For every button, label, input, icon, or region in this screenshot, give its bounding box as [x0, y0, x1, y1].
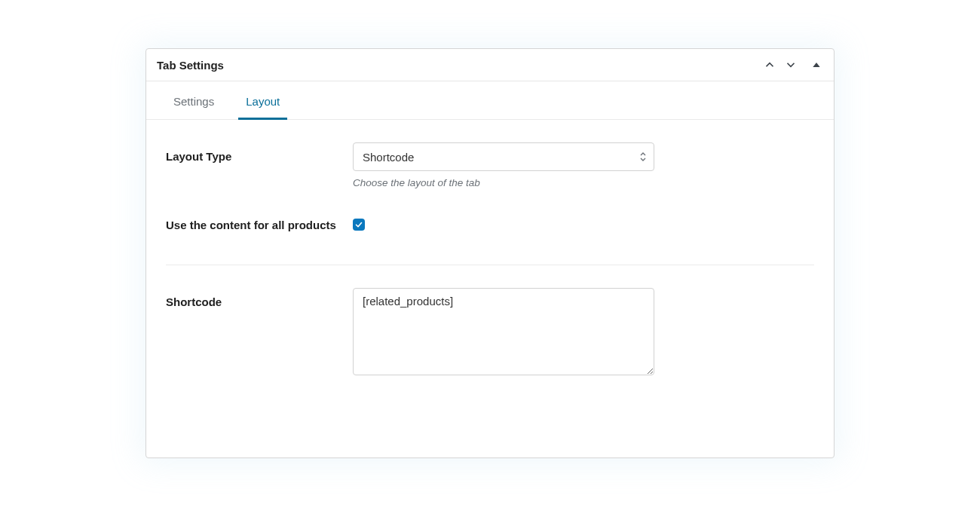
field-layout-type: Shortcode Choose the layout of the tab	[353, 142, 814, 188]
label-layout-type: Layout Type	[166, 142, 338, 166]
layout-type-select-wrap: Shortcode	[353, 142, 654, 171]
tab-settings-panel: Tab Settings Settings Layout Layout Type…	[145, 48, 835, 458]
row-layout-type: Layout Type Shortcode Choose the layout …	[157, 120, 823, 188]
row-use-all-products: Use the content for all products	[157, 188, 823, 234]
field-shortcode	[353, 288, 814, 378]
panel-body: Layout Type Shortcode Choose the layout …	[146, 120, 834, 378]
move-up-button[interactable]	[761, 57, 778, 73]
label-use-all-products: Use the content for all products	[166, 211, 338, 234]
collapse-toggle-button[interactable]	[804, 58, 823, 72]
helper-layout-type: Choose the layout of the tab	[353, 177, 814, 188]
move-down-button[interactable]	[782, 57, 799, 73]
panel-header-actions	[761, 57, 823, 73]
check-icon	[354, 220, 363, 229]
row-shortcode: Shortcode	[157, 265, 823, 378]
tab-layout[interactable]: Layout	[238, 86, 287, 120]
triangle-up-icon	[811, 60, 822, 70]
layout-type-select[interactable]: Shortcode	[353, 142, 654, 171]
layout-type-select-value: Shortcode	[363, 151, 414, 164]
use-all-products-checkbox[interactable]	[353, 219, 365, 231]
panel-title: Tab Settings	[157, 59, 224, 72]
chevron-down-icon	[784, 58, 798, 72]
chevron-up-icon	[763, 58, 776, 72]
panel-header: Tab Settings	[146, 49, 834, 81]
field-use-all-products	[353, 211, 814, 232]
tab-settings[interactable]: Settings	[166, 86, 222, 120]
shortcode-textarea[interactable]	[353, 288, 654, 375]
label-shortcode: Shortcode	[166, 288, 338, 311]
panel-tabs: Settings Layout	[146, 86, 834, 120]
